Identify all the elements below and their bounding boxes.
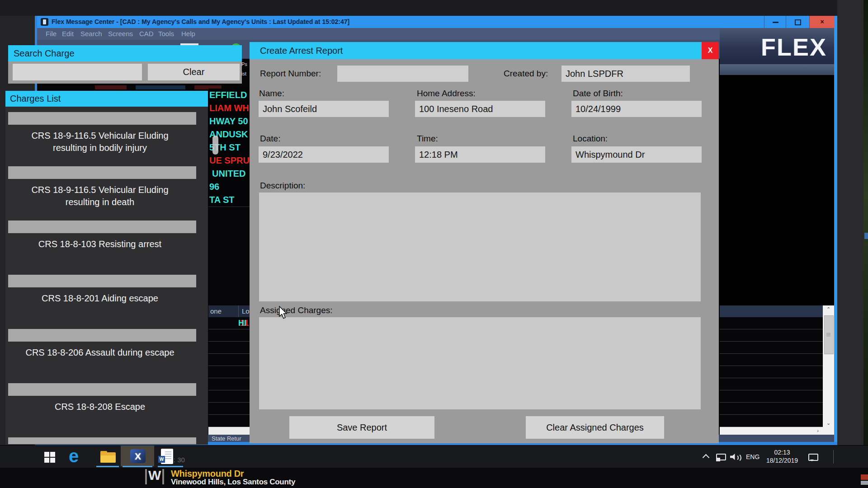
excel-taskbar-tile[interactable]: X [121, 446, 154, 466]
horizontal-scrollbar[interactable]: › [720, 427, 834, 435]
network-icon[interactable] [716, 454, 726, 460]
menu-file[interactable]: File [46, 30, 57, 38]
tray-clock[interactable]: 02:13 18/12/2019 [763, 448, 801, 465]
scroll-down-icon[interactable]: ⌄ [823, 419, 834, 427]
scroll-right-icon[interactable]: › [817, 428, 819, 433]
cad-table-row[interactable] [208, 390, 250, 403]
selected-table-row[interactable] [720, 305, 823, 317]
table-row[interactable] [720, 403, 823, 415]
assigned-charges-area[interactable] [259, 317, 701, 409]
menu-bar: File Edit Search Screens CAD Tools Help [37, 28, 720, 40]
taskbar: 12 : 30 e X W ENG 02:13 18/12/2019 [0, 445, 868, 468]
cad-table-row[interactable] [208, 342, 250, 354]
description-textarea[interactable] [259, 192, 701, 301]
clear-button[interactable]: Clear [148, 64, 240, 80]
menu-cad[interactable]: CAD [139, 30, 154, 38]
cad-table-row[interactable] [208, 354, 250, 366]
clear-assigned-charges-button[interactable]: Clear Assigned Charges [526, 416, 664, 439]
table-row[interactable] [720, 378, 823, 390]
menu-screens[interactable]: Screens [108, 30, 133, 38]
menu-tools[interactable]: Tools [158, 30, 174, 38]
list-separator [8, 166, 196, 179]
charge-item[interactable]: CRS 18-8-103 Resisting arrest [8, 233, 192, 275]
list-separator [8, 383, 196, 396]
word-icon[interactable]: W [161, 449, 173, 464]
cad-table-row[interactable]: 96 [208, 180, 250, 194]
cad-table-row[interactable] [208, 378, 250, 390]
minimize-icon [773, 22, 778, 23]
created-by-input[interactable]: John LSPDFR [561, 66, 690, 82]
home-address-label: Home Address: [417, 89, 476, 99]
report-number-input[interactable] [337, 66, 468, 82]
language-indicator[interactable]: ENG [746, 453, 760, 460]
list-separator [8, 329, 196, 342]
file-explorer-icon[interactable] [100, 451, 116, 463]
charge-item[interactable]: CRS 18-8-201 Aiding escape [8, 287, 192, 329]
cad-table-header: one Lo [208, 305, 250, 317]
excel-icon: X [130, 449, 146, 463]
cad-table-row[interactable]: HI [208, 366, 250, 378]
charge-item-label: CRS 18-8-206 Assault during escape [25, 347, 174, 359]
scrollbar-thumb[interactable] [212, 136, 218, 155]
table-row[interactable] [720, 342, 823, 354]
close-button[interactable]: × [809, 16, 835, 28]
cad-table-row[interactable]: EFFIELD [208, 89, 250, 102]
vertical-scrollbar[interactable]: ⌃ ⌄ [823, 305, 834, 427]
game-hud-strip: W Whispymound Dr Vinewood Hills, Los San… [0, 468, 868, 488]
maximize-button[interactable] [786, 16, 810, 28]
cad-table-row[interactable]: HWAY 50 [208, 115, 250, 128]
table-row[interactable] [720, 354, 823, 366]
flex-header-strip [720, 64, 834, 75]
location-input[interactable]: Whispymound Dr [571, 146, 702, 163]
table-row[interactable] [720, 415, 823, 427]
speaker-icon[interactable] [730, 453, 742, 460]
tray-chevron-up-icon[interactable] [703, 454, 710, 461]
search-input[interactable] [13, 64, 142, 80]
dob-input[interactable]: 10/24/1999 [571, 101, 702, 117]
menu-help[interactable]: Help [181, 30, 195, 38]
compass-bar [145, 469, 147, 484]
home-address-input[interactable]: 100 Ineseno Road [415, 101, 545, 117]
table-row[interactable] [720, 390, 823, 403]
cad-table-row[interactable]: 11 [208, 329, 250, 342]
charge-item[interactable]: CRS 18-8-208 Escape [8, 396, 192, 437]
search-charge-panel: Search Charge Clear [8, 45, 242, 84]
cad-table-row[interactable]: TA ST [208, 193, 250, 207]
date-input[interactable]: 9/23/2022 [259, 146, 389, 163]
scrollbar-thumb[interactable] [824, 315, 834, 354]
table-row[interactable] [720, 366, 823, 378]
menu-edit[interactable]: Edit [62, 30, 74, 38]
cad-table-row[interactable]: UNITED [208, 167, 253, 181]
compass-bar [162, 469, 164, 484]
cad-table-row[interactable]: UE SPRU [208, 154, 250, 168]
dialog-close-button[interactable]: X [702, 42, 719, 59]
horizontal-scrollbar[interactable] [208, 427, 250, 435]
save-report-button[interactable]: Save Report [289, 416, 434, 439]
dob-label: Date of Birth: [573, 89, 623, 99]
charge-item-label: CRS 18-9-116.5 Vehicular Eluding resulti… [22, 184, 178, 208]
action-center-icon[interactable] [808, 454, 818, 461]
edge-icon[interactable]: e [69, 446, 79, 466]
minimize-button[interactable] [764, 16, 786, 28]
cad-table-row[interactable] [208, 403, 250, 415]
charge-item-label: CRS 18-8-208 Escape [55, 401, 145, 413]
name-input[interactable]: John Scofeild [259, 101, 389, 117]
date-label: Date: [260, 134, 280, 144]
cad-table-row[interactable] [208, 415, 250, 427]
table-row[interactable] [720, 329, 823, 342]
table-row[interactable] [720, 317, 823, 329]
time-input[interactable]: 12:18 PM [415, 146, 545, 163]
scroll-up-icon[interactable]: ⌃ [823, 305, 834, 313]
start-button[interactable] [44, 452, 55, 463]
word-badge: W [158, 456, 165, 463]
tray-divider [833, 450, 834, 464]
charge-item[interactable]: CRS 18-8-206 Assault during escape [8, 342, 192, 383]
cad-table-row[interactable]: LIAM WH [208, 102, 250, 115]
charge-item[interactable]: CRS 18-9-116.5 Vehicular Eluding resulti… [8, 125, 192, 166]
game-background-detail [864, 233, 868, 239]
menu-search[interactable]: Search [80, 30, 102, 38]
flex-logo: FLEX [761, 33, 827, 61]
charge-item[interactable]: CRS 18-9-116.5 Vehicular Eluding resulti… [8, 179, 192, 221]
right-table-rows [720, 317, 823, 427]
taskbar-active-indicator [123, 466, 152, 467]
